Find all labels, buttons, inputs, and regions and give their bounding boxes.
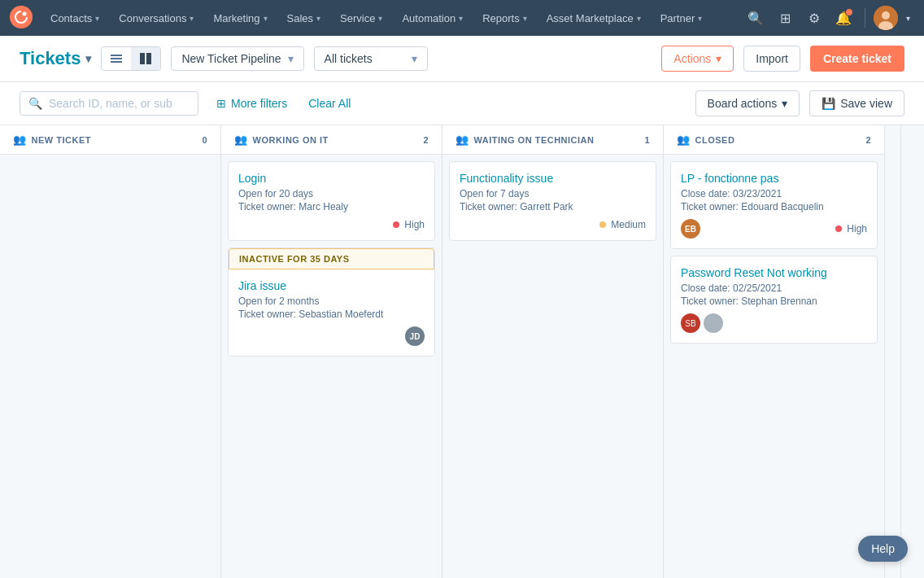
card-title-lp: LP - fonctionne pas <box>681 172 867 185</box>
nav-conversations[interactable]: Conversations ▾ <box>111 7 202 29</box>
column-person-icon: 👥 <box>13 134 27 146</box>
column-cards-new-ticket <box>0 155 220 578</box>
pipeline-dropdown[interactable]: New Ticket Pipeline ▾ <box>171 46 303 71</box>
filter-bar: 🔍 ⊞ More filters Clear All Board actions… <box>0 82 924 125</box>
nav-reports[interactable]: Reports ▾ <box>474 7 535 29</box>
actions-chevron-icon: ▾ <box>716 52 721 65</box>
filter-chevron-icon: ▾ <box>412 52 417 65</box>
column-person-icon-3: 👥 <box>455 134 469 146</box>
card-footer-login: High <box>238 219 425 230</box>
card-owner-lp: Ticket owner: Edouard Bacquelin <box>681 201 867 212</box>
filter-icon: ⊞ <box>216 97 226 110</box>
priority-dot-medium <box>599 221 606 228</box>
ticket-card-jira-issue[interactable]: INACTIVE FOR 35 DAYS Jira issue Open for… <box>228 247 435 357</box>
sales-chevron-icon: ▾ <box>316 14 320 23</box>
column-header-new-ticket: 👥 NEW TICKET 0 <box>0 125 220 155</box>
save-view-button[interactable]: 💾 Save view <box>809 90 904 116</box>
ticket-card-login[interactable]: Login Open for 20 days Ticket owner: Mar… <box>228 161 435 241</box>
automation-chevron-icon: ▾ <box>459 14 463 23</box>
column-person-icon-4: 👥 <box>677 134 691 146</box>
column-header-waiting: 👥 WAITING ON TECHNICIAN 1 <box>442 125 663 155</box>
column-cards-waiting: Functionality issue Open for 7 days Tick… <box>442 155 663 578</box>
tickets-title[interactable]: Tickets ▾ <box>20 48 91 69</box>
ticket-card-password-reset[interactable]: Password Reset Not working Close date: 0… <box>670 256 878 344</box>
reports-chevron-icon: ▾ <box>523 14 527 23</box>
tickets-filter-dropdown[interactable]: All tickets ▾ <box>314 46 428 71</box>
ticket-card-functionality-issue[interactable]: Functionality issue Open for 7 days Tick… <box>449 161 656 241</box>
card-open-for-functionality: Open for 7 days <box>460 188 646 199</box>
card-footer-functionality: Medium <box>460 219 646 230</box>
more-filters-button[interactable]: ⊞ More filters <box>208 92 295 115</box>
column-closed: 👥 CLOSED 2 LP - fonctionne pas Close dat… <box>664 125 885 578</box>
search-icon: 🔍 <box>28 97 42 110</box>
pipeline-chevron-icon: ▾ <box>288 52 294 65</box>
search-input[interactable] <box>49 97 179 110</box>
nav-icon-group: 🔍 ⊞ ⚙ 🔔 ▾ <box>743 5 914 31</box>
notifications-icon-button[interactable]: 🔔 <box>830 5 856 31</box>
card-owner-login: Ticket owner: Marc Healy <box>238 201 425 212</box>
board-view-button[interactable] <box>131 47 160 70</box>
nav-asset-marketplace[interactable]: Asset Marketplace ▾ <box>538 7 649 29</box>
account-chevron-icon[interactable]: ▾ <box>901 5 914 31</box>
nav-automation[interactable]: Automation ▾ <box>394 7 471 29</box>
priority-dot-high-lp <box>835 226 842 232</box>
column-header-working-on-it: 👥 WORKING ON IT 2 <box>221 125 442 155</box>
marketplace-chevron-icon: ▾ <box>637 14 641 23</box>
settings-icon-button[interactable]: ⚙ <box>801 5 827 31</box>
hubspot-logo[interactable] <box>10 6 33 31</box>
column-person-icon-2: 👥 <box>234 134 248 146</box>
search-box[interactable]: 🔍 <box>20 91 198 116</box>
card-owner-functionality: Ticket owner: Garrett Park <box>460 201 646 212</box>
import-button[interactable]: Import <box>743 46 800 72</box>
conversations-chevron-icon: ▾ <box>190 14 194 23</box>
svg-rect-6 <box>111 58 122 59</box>
avatar-edouard: EB <box>681 219 700 239</box>
card-footer-password-reset: SB <box>681 313 867 333</box>
apps-icon-button[interactable]: ⊞ <box>772 5 798 31</box>
card-title-jira: Jira issue <box>238 279 425 292</box>
card-owner-password-reset: Ticket owner: Stephan Brennan <box>681 296 867 307</box>
svg-rect-9 <box>146 53 151 64</box>
card-footer-lp: EB High <box>681 219 867 239</box>
create-ticket-button[interactable]: Create ticket <box>810 46 904 72</box>
avatar-jd: JD <box>405 326 425 346</box>
board-actions-chevron-icon: ▾ <box>782 97 787 110</box>
partner-chevron-icon: ▾ <box>698 14 702 23</box>
card-owner-jira: Ticket owner: Sebastian Moeferdt <box>238 309 425 320</box>
nav-service[interactable]: Service ▾ <box>332 7 390 29</box>
column-cards-working-on-it: Login Open for 20 days Ticket owner: Mar… <box>221 155 442 578</box>
card-open-for-jira: Open for 2 months <box>238 296 425 307</box>
list-view-button[interactable] <box>102 47 131 70</box>
nav-sales[interactable]: Sales ▾ <box>279 7 329 29</box>
column-waiting-on-technician: 👥 WAITING ON TECHNICIAN 1 Functionality … <box>442 125 664 578</box>
card-open-for-login: Open for 20 days <box>238 188 425 199</box>
page-header: Tickets ▾ New Ticket Pipeline ▾ All tick… <box>0 36 924 82</box>
user-avatar[interactable] <box>874 6 898 30</box>
ticket-card-lp-fonctionne[interactable]: LP - fonctionne pas Close date: 03/23/20… <box>670 161 878 249</box>
priority-dot-high <box>393 221 399 228</box>
avatar-stephan: SB <box>681 313 700 333</box>
nav-marketing[interactable]: Marketing ▾ <box>205 7 275 29</box>
column-header-closed: 👥 CLOSED 2 <box>664 125 884 155</box>
svg-point-3 <box>882 11 890 20</box>
board-actions-button[interactable]: Board actions ▾ <box>695 90 800 116</box>
card-close-date-lp: Close date: 03/23/2021 <box>681 188 867 199</box>
help-button[interactable]: Help <box>858 536 908 562</box>
view-toggle <box>101 46 161 71</box>
svg-rect-8 <box>140 53 145 64</box>
search-icon-button[interactable]: 🔍 <box>743 5 769 31</box>
kanban-board: 👥 NEW TICKET 0 👥 WORKING ON IT 2 Login O… <box>0 125 924 578</box>
nav-contacts[interactable]: Contacts ▾ <box>42 7 107 29</box>
column-overflow-indicator <box>885 125 901 578</box>
inactive-banner: INACTIVE FOR 35 DAYS <box>229 248 434 269</box>
top-navigation: Contacts ▾ Conversations ▾ Marketing ▾ S… <box>0 0 924 36</box>
tickets-chevron-icon: ▾ <box>85 52 91 65</box>
save-icon: 💾 <box>822 97 835 110</box>
contacts-chevron-icon: ▾ <box>95 14 99 23</box>
clear-all-button[interactable]: Clear All <box>305 92 354 115</box>
svg-rect-5 <box>111 55 122 56</box>
actions-button[interactable]: Actions ▾ <box>661 46 734 72</box>
card-title-functionality: Functionality issue <box>460 172 646 185</box>
svg-point-0 <box>10 6 33 28</box>
nav-partner[interactable]: Partner ▾ <box>652 7 711 29</box>
